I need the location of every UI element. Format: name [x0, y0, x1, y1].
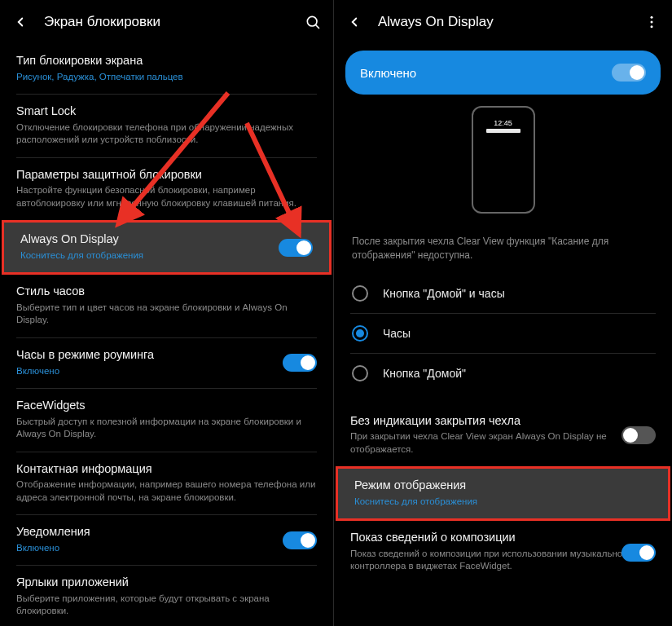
settings-row[interactable]: Тип блокировки экранаРисунок, Радужка, О…: [0, 44, 333, 94]
page-title: Always On Display: [378, 14, 494, 30]
row-title: FaceWidgets: [16, 398, 317, 414]
settings-row[interactable]: Ярлыки приложенийВыберите приложения, ко…: [0, 566, 333, 626]
row-title: Параметры защитной блокировки: [16, 167, 317, 183]
row-desc: Включено: [16, 542, 317, 555]
row-desc: Выберите тип и цвет часов на экране блок…: [16, 302, 317, 327]
preview: 12:45: [334, 101, 672, 227]
toggle-switch[interactable]: [612, 64, 646, 82]
row-title: Режим отображения: [354, 478, 652, 494]
row-title: Уведомления: [16, 524, 317, 540]
row-desc: Рисунок, Радужка, Отпечатки пальцев: [16, 71, 317, 84]
radio-option[interactable]: Кнопка "Домой": [334, 354, 672, 393]
radio-icon: [352, 365, 368, 381]
svg-point-7: [651, 21, 653, 24]
row-desc: Коснитесь для отображения: [20, 249, 313, 262]
toggle-switch[interactable]: [283, 531, 317, 549]
row-desc: Отображение информации, например вашего …: [16, 478, 317, 504]
aod-settings: Always On Display Включено 12:45 После з…: [334, 0, 672, 626]
toggle-switch[interactable]: [621, 544, 656, 562]
phone-preview: 12:45: [472, 106, 535, 214]
row-desc: Выберите приложения, которые будут откры…: [16, 593, 317, 618]
settings-row[interactable]: Smart LockОтключение блокировки телефона…: [0, 95, 333, 157]
row-desc: Показ сведений о композиции при использо…: [350, 548, 656, 573]
settings-row[interactable]: Режим отображенияКоснитесь для отображен…: [336, 466, 670, 521]
row-title: Показ сведений о композиции: [350, 530, 656, 546]
settings-row[interactable]: Часы в режиме роумингаВключено: [0, 338, 333, 388]
radio-icon: [352, 325, 368, 342]
row-title: Ярлыки приложений: [16, 575, 317, 591]
preview-bar: [486, 129, 520, 133]
master-toggle-label: Включено: [360, 66, 416, 80]
radio-label: Кнопка "Домой" и часы: [383, 287, 505, 300]
settings-list: Без индикации закрытия чехлаПри закрытии…: [334, 404, 672, 584]
row-desc: При закрытии чехла Clear View экран Alwa…: [350, 430, 656, 456]
preview-clock: 12:45: [494, 119, 512, 127]
settings-row[interactable]: Параметры защитной блокировкиНастройте ф…: [0, 158, 333, 221]
settings-row[interactable]: Контактная информацияОтображение информа…: [0, 452, 333, 515]
settings-row[interactable]: FaceWidgetsБыстрый доступ к полезной инф…: [0, 389, 333, 452]
lock-screen-settings: Экран блокировки Тип блокировки экранаРи…: [0, 0, 334, 626]
radio-label: Кнопка "Домой": [383, 367, 466, 380]
header: Always On Display: [334, 0, 672, 44]
row-title: Стиль часов: [16, 284, 317, 300]
settings-row[interactable]: Always On DisplayКоснитесь для отображен…: [2, 220, 332, 275]
search-icon[interactable]: [304, 13, 322, 31]
page-title: Экран блокировки: [44, 14, 160, 30]
radio-label: Часы: [383, 327, 411, 340]
row-title: Контактная информация: [16, 461, 317, 478]
row-desc: Настройте функции безопасной блокировки,…: [16, 184, 317, 209]
more-icon[interactable]: [643, 13, 661, 31]
row-title: Always On Display: [20, 231, 313, 248]
row-desc: Быстрый доступ к полезной информации на …: [16, 416, 317, 441]
row-title: Тип блокировки экрана: [16, 53, 317, 69]
row-desc: Коснитесь для отображения: [354, 496, 652, 509]
settings-row[interactable]: Показ сведений о композицииПоказ сведени…: [334, 521, 672, 584]
settings-list: Тип блокировки экранаРисунок, Радужка, О…: [0, 44, 333, 626]
radio-group: Кнопка "Домой" и часыЧасыКнопка "Домой": [334, 274, 672, 393]
radio-option[interactable]: Кнопка "Домой" и часы: [334, 274, 672, 313]
toggle-switch[interactable]: [283, 354, 317, 372]
settings-row[interactable]: Стиль часовВыберите тип и цвет часов на …: [0, 275, 333, 337]
row-title: Часы в режиме роуминга: [16, 347, 317, 364]
svg-point-8: [651, 25, 653, 28]
svg-point-6: [651, 16, 653, 19]
row-title: Без индикации закрытия чехла: [350, 413, 656, 430]
row-title: Smart Lock: [16, 104, 317, 120]
info-note: После закрытия чехла Clear View функция …: [334, 227, 672, 274]
settings-row[interactable]: Без индикации закрытия чехлаПри закрытии…: [334, 404, 672, 467]
master-toggle[interactable]: Включено: [345, 51, 661, 95]
row-desc: Отключение блокировки телефона при обнар…: [16, 121, 317, 147]
radio-icon: [352, 285, 368, 302]
header: Экран блокировки: [0, 0, 333, 44]
svg-line-1: [316, 25, 319, 29]
toggle-switch[interactable]: [621, 426, 656, 444]
radio-option[interactable]: Часы: [334, 314, 672, 353]
toggle-switch[interactable]: [279, 239, 313, 257]
back-icon[interactable]: [345, 13, 363, 31]
row-desc: Включено: [16, 365, 317, 378]
back-icon[interactable]: [11, 13, 29, 31]
settings-row[interactable]: УведомленияВключено: [0, 515, 333, 565]
